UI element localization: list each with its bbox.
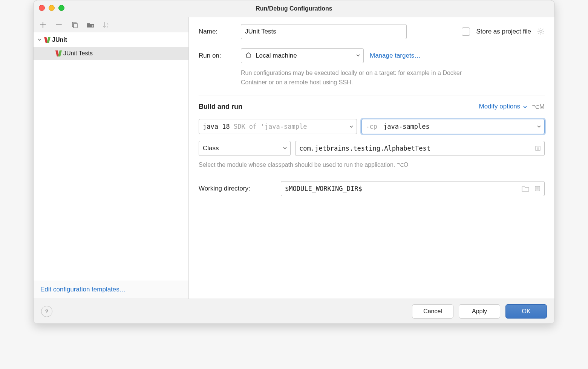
titlebar: Run/Debug Configurations: [34, 0, 554, 17]
section-title: Build and run: [199, 103, 242, 111]
tree-node-label: JUnit Tests: [63, 50, 93, 57]
test-class-input[interactable]: [295, 141, 545, 156]
jdk-classpath-row: java 18 SDK of 'java-sample -cp java-sam…: [199, 119, 545, 134]
edit-templates-link[interactable]: Edit configuration templates…: [34, 281, 188, 299]
add-configuration-icon[interactable]: [39, 21, 47, 29]
apply-button[interactable]: Apply: [459, 304, 500, 319]
test-kind-value: Class: [203, 145, 279, 152]
run-on-hint: Run configurations may be executed local…: [241, 69, 486, 87]
close-window-icon[interactable]: [39, 5, 45, 11]
run-on-value: Local machine: [256, 52, 352, 59]
dialog-title: Run/Debug Configurations: [256, 5, 332, 12]
configurations-sidebar: az JUnit JUnit Tests Edit configuration …: [34, 17, 189, 299]
run-debug-configurations-dialog: Run/Debug Configurations az: [33, 0, 555, 324]
run-on-select[interactable]: Local machine: [241, 48, 364, 63]
build-and-run-header: Build and run Modify options ⌥M: [199, 103, 545, 111]
junit-icon: [45, 37, 50, 43]
jdk-desc: SDK of 'java-sample: [234, 123, 307, 130]
chevron-down-icon: [537, 123, 541, 130]
dialog-footer: ? Cancel Apply OK: [34, 299, 554, 323]
dialog-body: az JUnit JUnit Tests Edit configuration …: [34, 17, 554, 299]
test-kind-row: Class: [199, 141, 545, 156]
sort-alphabetically-icon[interactable]: az: [102, 21, 110, 29]
svg-text:z: z: [107, 25, 108, 28]
tree-node-label: JUnit: [52, 37, 67, 43]
chevron-down-icon: [283, 145, 287, 152]
test-kind-select[interactable]: Class: [199, 141, 291, 156]
gear-icon[interactable]: [537, 27, 545, 36]
manage-targets-link[interactable]: Manage targets…: [370, 52, 421, 59]
help-icon[interactable]: ?: [41, 306, 52, 317]
home-icon: [245, 52, 252, 60]
zoom-window-icon[interactable]: [58, 5, 64, 11]
copy-configuration-icon[interactable]: [70, 21, 79, 29]
svg-rect-1: [74, 23, 77, 28]
working-directory-row: Working directory:: [199, 181, 545, 196]
ok-button[interactable]: OK: [505, 304, 547, 319]
store-as-project-file-checkbox[interactable]: [462, 27, 470, 36]
run-on-row: Run on: Local machine Manage targets…: [199, 48, 545, 63]
tree-node-junit[interactable]: JUnit: [34, 33, 188, 47]
section-divider: [199, 96, 545, 96]
modify-options-label: Modify options: [479, 103, 520, 110]
working-directory-field: [281, 181, 545, 196]
run-on-label: Run on:: [199, 52, 235, 59]
working-directory-input[interactable]: [281, 181, 545, 196]
expand-editor-icon[interactable]: [533, 184, 542, 193]
working-directory-label: Working directory:: [199, 185, 274, 192]
classpath-value: java-samples: [383, 123, 430, 130]
save-template-icon[interactable]: [86, 21, 95, 29]
name-input[interactable]: [241, 24, 407, 39]
chevron-down-icon: [356, 52, 360, 59]
name-row: Name: Store as project file: [199, 24, 545, 39]
classpath-hint: Select the module whose classpath should…: [199, 161, 545, 168]
chevron-down-icon: [37, 37, 43, 43]
remove-configuration-icon[interactable]: [55, 21, 63, 29]
classpath-prefix: -cp: [366, 123, 377, 130]
chevron-down-icon: [349, 123, 354, 130]
svg-point-4: [540, 30, 542, 32]
store-as-project-file-label: Store as project file: [476, 28, 531, 35]
name-label: Name:: [199, 28, 235, 35]
cancel-button[interactable]: Cancel: [412, 304, 453, 319]
expand-editor-icon[interactable]: [534, 145, 542, 152]
modify-options-shortcut: ⌥M: [532, 103, 545, 111]
jdk-name: java 18: [203, 123, 230, 130]
configuration-form: Name: Store as project file Run on: Loca…: [189, 17, 554, 299]
minimize-window-icon[interactable]: [49, 5, 55, 11]
classpath-select[interactable]: -cp java-samples: [361, 119, 545, 134]
junit-icon: [56, 50, 61, 56]
tree-node-junit-tests[interactable]: JUnit Tests: [34, 47, 188, 60]
jdk-select[interactable]: java 18 SDK of 'java-sample: [199, 119, 357, 134]
window-controls: [39, 5, 64, 11]
test-class-field: [295, 141, 545, 156]
working-directory-trailing-icons: [521, 184, 542, 193]
configurations-tree: JUnit JUnit Tests: [34, 32, 188, 281]
modify-options-link[interactable]: Modify options: [479, 103, 527, 110]
folder-icon[interactable]: [521, 184, 530, 193]
sidebar-toolbar: az: [34, 17, 188, 32]
